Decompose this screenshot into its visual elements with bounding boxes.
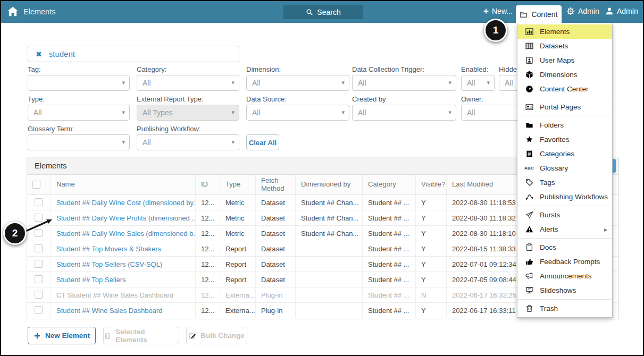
menu-item-user-maps[interactable]: User Maps [517,53,612,67]
menu-item-elements[interactable]: Elements [517,24,612,39]
cell-id: 12... [195,210,220,225]
filter-trigger-select[interactable]: All▾ [352,75,456,91]
menu-item-categories[interactable]: Categories [517,147,612,161]
user-menu-button[interactable]: Admin [605,7,638,15]
menu-item-trash[interactable]: Trash [517,301,612,316]
home-icon[interactable] [7,6,19,18]
cell-category: Student ## ... [362,272,415,287]
element-search-input[interactable]: ✖ student [28,46,239,62]
filter-owner-select[interactable]: All [461,105,525,121]
row-checkbox[interactable] [35,291,43,299]
bulk-change-button[interactable]: Bulk Change [186,327,247,344]
chevron-down-icon: ▾ [341,109,345,116]
menu-item-glossary[interactable]: ABCGlossary [517,161,612,175]
clear-all-button[interactable]: Clear All [246,134,279,150]
menu-item-slideshows[interactable]: Slideshows [517,283,612,298]
cell-category: Student ## ... [362,241,415,256]
column-header-fetch-method[interactable]: Fetch Method [255,175,295,194]
menu-item-announcements[interactable]: Announcements [517,269,612,283]
gear-icon [566,7,575,15]
remove-filter-icon[interactable]: ✖ [36,50,42,58]
clipboard-icon [524,243,534,252]
menu-item-label: Categories [540,150,574,158]
cell-fetch-method: Dataset [255,257,295,272]
filter-publishing-workflow-select[interactable]: All▾ [137,134,239,150]
menu-divider [517,116,612,116]
filter-category-select[interactable]: All▾ [137,75,239,91]
cell-fetch-method: Dataset [255,210,295,225]
cell-dimensioned-by [295,287,362,302]
menu-item-label: Datasets [540,42,568,50]
menu-item-label: Slideshows [540,286,576,294]
filter-dimension-select[interactable]: All▾ [246,75,349,91]
cell-type: Report [220,241,255,256]
row-checkbox[interactable] [35,260,43,268]
filter-external-report-type-select[interactable]: All Types▾ [137,105,239,121]
row-checkbox[interactable] [35,244,43,252]
menu-item-bursts[interactable]: Bursts [517,208,612,222]
select-all-checkbox[interactable] [32,181,40,189]
menu-item-alerts[interactable]: Alerts▸ [517,222,612,236]
cell-category: Student ## ... [362,287,415,302]
cell-id: 12... [195,257,220,272]
column-header-type[interactable]: Type [220,175,255,194]
filter-glossary-term-label: Glossary Term: [28,125,74,133]
filter-enabled-select[interactable]: All▾ [461,75,495,91]
menu-item-tags[interactable]: Tags [517,175,612,190]
tab-content[interactable]: Content [516,5,562,23]
panel-title: Elements [35,162,66,170]
selected-elements-button[interactable]: Selected Elements [103,327,179,344]
row-checkbox-cell [27,195,51,210]
row-checkbox-cell [27,257,51,272]
filter-tag-select[interactable]: ▾ [28,75,130,91]
column-header-id[interactable]: ID [195,175,220,194]
row-checkbox[interactable] [35,306,43,314]
menu-item-feedback-prompts[interactable]: Feedback Prompts [517,255,612,269]
filter-created-by-select[interactable]: All▾ [352,105,456,121]
cell-visible: Y [415,195,446,210]
menu-item-favorites[interactable]: Favorites [517,132,612,147]
cell-visible: Y [415,257,446,272]
element-name-link[interactable]: Student ## Top Sellers [51,272,195,287]
menu-item-datasets[interactable]: Datasets [517,39,612,53]
new-element-button[interactable]: New Element [28,327,96,344]
menu-item-content-center[interactable]: Content Center [517,82,612,96]
select-all-cell [27,175,51,194]
menu-item-label: User Maps [540,56,574,64]
list-icon [524,150,534,158]
menu-item-dimensions[interactable]: Dimensions [517,67,612,82]
global-search-button[interactable]: Search [283,5,363,19]
column-header-dimensioned-by[interactable]: Dimensioned by [295,175,362,194]
menu-item-portal-pages[interactable]: Portal Pages [517,100,612,114]
row-checkbox[interactable] [35,198,43,206]
menu-item-publishing-workflows[interactable]: Publishing Workflows [517,190,612,204]
element-name-link[interactable]: Student ## Top Movers & Shakers [51,241,195,256]
filter-type-select[interactable]: All▾ [28,105,130,121]
row-checkbox-cell [27,241,51,256]
menu-item-label: Folders [540,121,564,129]
filter-data-source-select[interactable]: All▾ [246,105,349,121]
element-name-link[interactable]: Student ## Daily Wine Sales (dimensioned… [51,226,195,241]
cell-dimensioned-by: Student ## Chan... [295,195,362,210]
element-name-link[interactable]: Student ## Wine Sales Dashboard [51,303,195,318]
column-header-name[interactable]: Name [51,175,195,194]
page-title: Elements [23,7,55,16]
cell-type: Report [220,272,255,287]
menu-item-docs[interactable]: Docs [517,240,612,255]
element-name-link[interactable]: Student ## Daily Wine Cost (dimensioned … [51,195,195,210]
cell-category: Student ## ... [362,303,415,318]
new-menu-button[interactable]: New... [483,7,513,15]
column-header-category[interactable]: Category [362,175,415,194]
element-name-link[interactable]: CT Student ## Wine Sales Dashboard [51,287,195,302]
element-name-link[interactable]: Student ## Daily Wine Profits (dimension… [51,210,195,225]
filter-trigger-label: Data Collection Trigger: [352,65,424,73]
row-checkbox[interactable] [35,275,43,283]
admin-menu-button[interactable]: Admin [566,7,599,15]
menu-item-label: Tags [540,179,555,187]
cell-category: Student ## ... [362,226,415,241]
menu-item-folders[interactable]: Folders [517,118,612,132]
column-header-visible[interactable]: Visible? [415,175,446,194]
filter-glossary-term-select[interactable]: ▾ [28,134,130,150]
cell-fetch-method: Plug-in [255,287,295,302]
element-name-link[interactable]: Student ## Top Sellers (CSV-SQL) [51,257,195,272]
